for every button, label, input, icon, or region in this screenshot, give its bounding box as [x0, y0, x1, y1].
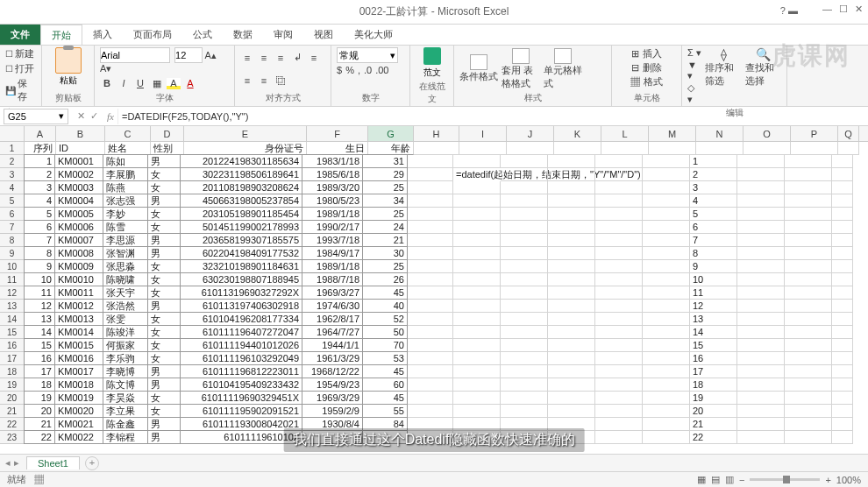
- cell[interactable]: 女: [147, 338, 181, 352]
- tab-data[interactable]: 数据: [223, 25, 263, 45]
- zoom-slider[interactable]: [750, 478, 820, 481]
- row-header[interactable]: 9: [0, 247, 25, 260]
- cell[interactable]: [548, 326, 595, 339]
- insert-cell-button[interactable]: ⊞ 插入: [631, 47, 661, 60]
- cell[interactable]: [785, 260, 832, 273]
- cell[interactable]: [595, 418, 643, 431]
- cell[interactable]: 李锦程: [103, 430, 148, 444]
- cell-style-button[interactable]: 单元格样式: [544, 48, 582, 90]
- cell[interactable]: [832, 365, 853, 378]
- cell[interactable]: [643, 273, 690, 286]
- cell[interactable]: 19: [24, 391, 55, 405]
- cell[interactable]: [785, 352, 832, 365]
- cell[interactable]: [453, 221, 501, 234]
- cell[interactable]: 21: [362, 233, 408, 247]
- cell[interactable]: 生日: [307, 142, 368, 155]
- zoom-level[interactable]: 100%: [836, 475, 861, 485]
- tab-formula[interactable]: 公式: [182, 25, 223, 45]
- cell[interactable]: [595, 221, 643, 234]
- minimize-icon[interactable]: —: [822, 4, 832, 15]
- cell[interactable]: [832, 431, 853, 444]
- cell[interactable]: 610113197406302918: [180, 299, 302, 313]
- percent-icon[interactable]: %: [345, 65, 354, 75]
- cell[interactable]: 4: [690, 194, 737, 208]
- cell[interactable]: 630230198807188945: [180, 272, 302, 286]
- cell[interactable]: [832, 378, 853, 392]
- col-header-D[interactable]: D: [151, 126, 184, 141]
- cell[interactable]: 21: [24, 417, 55, 431]
- cell[interactable]: 1: [24, 154, 55, 168]
- row-header[interactable]: 22: [0, 418, 25, 431]
- cell[interactable]: [737, 247, 785, 260]
- cell[interactable]: KM0021: [54, 417, 103, 431]
- cell[interactable]: [785, 168, 832, 181]
- cell[interactable]: 29: [362, 167, 408, 181]
- cell[interactable]: [501, 392, 548, 405]
- fill-icon[interactable]: ▼ ▾: [687, 60, 701, 81]
- cell[interactable]: [453, 208, 501, 221]
- cell[interactable]: 1968/12/22: [302, 364, 363, 378]
- cell[interactable]: [595, 181, 643, 194]
- cell[interactable]: [453, 155, 501, 168]
- cell[interactable]: [785, 286, 832, 300]
- row-header[interactable]: 8: [0, 234, 25, 247]
- cell[interactable]: KM0013: [54, 312, 103, 326]
- cell[interactable]: 20: [24, 404, 55, 418]
- paste-icon[interactable]: [55, 47, 82, 74]
- cell[interactable]: 201224198301185634: [180, 154, 302, 168]
- cell[interactable]: 1988/7/18: [302, 272, 363, 286]
- cell[interactable]: [785, 378, 832, 392]
- cell[interactable]: 男: [147, 417, 181, 431]
- sort-filter-button[interactable]: ⟠排序和筛选: [705, 47, 741, 88]
- cell[interactable]: 年龄: [368, 142, 414, 155]
- cell[interactable]: [595, 260, 643, 273]
- cell[interactable]: 陈如: [103, 154, 148, 168]
- align-mid-icon[interactable]: ≡: [257, 52, 271, 64]
- cell[interactable]: [595, 155, 643, 168]
- cell[interactable]: [643, 300, 690, 313]
- cell[interactable]: [408, 300, 453, 313]
- cell[interactable]: 女: [147, 207, 181, 221]
- col-header-I[interactable]: I: [459, 126, 507, 141]
- cell[interactable]: [459, 142, 507, 155]
- table-format-button[interactable]: 套用 表格格式: [502, 48, 540, 90]
- cell[interactable]: [737, 221, 785, 234]
- cell[interactable]: 男: [147, 430, 181, 444]
- tab-file[interactable]: 文件: [0, 25, 40, 45]
- cell[interactable]: [643, 194, 690, 208]
- cell[interactable]: [832, 392, 853, 405]
- cell[interactable]: [501, 208, 548, 221]
- cell[interactable]: 男: [147, 246, 181, 260]
- template-icon[interactable]: [423, 47, 441, 65]
- maximize-icon[interactable]: ☐: [839, 4, 848, 15]
- cell[interactable]: [408, 208, 453, 221]
- cell[interactable]: 张天宇: [103, 286, 148, 300]
- cell[interactable]: 9: [24, 259, 55, 273]
- cell[interactable]: [548, 352, 595, 365]
- cell[interactable]: [595, 431, 643, 444]
- cell[interactable]: 12: [24, 299, 55, 313]
- border-icon[interactable]: ▦: [150, 78, 164, 89]
- cell[interactable]: 1969/3/27: [302, 286, 363, 300]
- cell[interactable]: 201108198903208624: [180, 180, 302, 194]
- cell[interactable]: [785, 234, 832, 247]
- cell[interactable]: [643, 405, 690, 418]
- cell[interactable]: 张思淼: [103, 259, 148, 273]
- cell[interactable]: 男: [147, 233, 181, 247]
- cell[interactable]: [643, 392, 690, 405]
- cell[interactable]: [785, 418, 832, 431]
- cell[interactable]: 5: [690, 208, 737, 221]
- cell[interactable]: [832, 168, 853, 181]
- increase-font-icon[interactable]: A▴: [205, 50, 217, 60]
- row-header[interactable]: 19: [0, 378, 25, 392]
- cell[interactable]: [595, 168, 643, 181]
- cell[interactable]: [453, 234, 501, 247]
- cell[interactable]: [548, 405, 595, 418]
- cell[interactable]: 姓名: [105, 142, 151, 155]
- find-select-button[interactable]: 🔍查找和选择: [745, 47, 781, 88]
- cell[interactable]: 1983/1/18: [302, 154, 363, 168]
- cell[interactable]: [785, 326, 832, 339]
- cell[interactable]: 6: [690, 221, 737, 234]
- view-normal-icon[interactable]: ▦: [697, 474, 706, 485]
- cell[interactable]: 女: [147, 167, 181, 181]
